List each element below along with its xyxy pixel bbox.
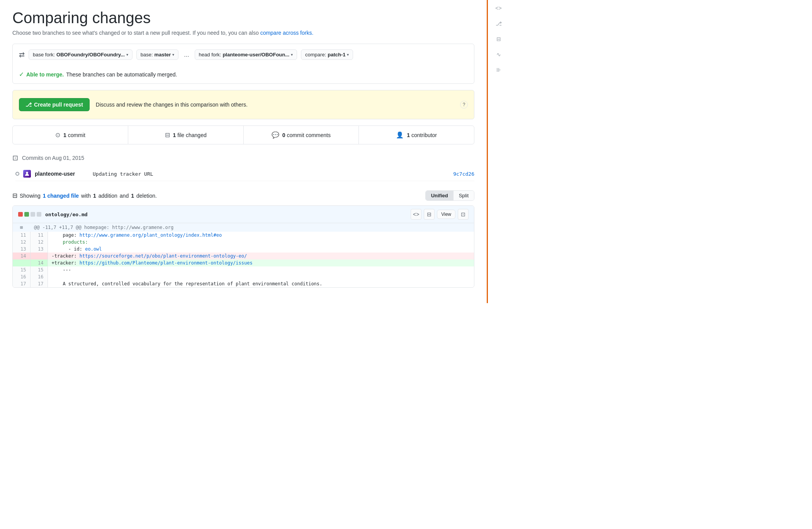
commit-row: planteome-user Updating tracker URL 9c7c… bbox=[15, 167, 474, 181]
commit-dot bbox=[15, 172, 19, 176]
branch-selector-bar: ⇄ base fork: OBOFoundry/OBOFoundry... ▾ … bbox=[12, 44, 474, 84]
diff-file-actions: <> ⊟ View ⊡ bbox=[411, 209, 469, 220]
prose-view-icon[interactable]: ⊟ bbox=[424, 209, 435, 220]
changed-file-link[interactable]: 1 changed file bbox=[43, 193, 79, 199]
files-stat[interactable]: ⊟ 1 file changed bbox=[128, 126, 244, 144]
diff-old-line-num: 17 bbox=[13, 280, 30, 287]
diff-line-content: +tracker: https://github.com/Planteome/p… bbox=[48, 259, 474, 266]
stats-bar: ⊙ 1 commit ⊟ 1 file changed 💬 0 commit c… bbox=[12, 125, 474, 144]
diff-new-line-num bbox=[30, 253, 48, 259]
comment-stat-icon: 💬 bbox=[272, 131, 279, 139]
pulse-sidebar-icon[interactable]: ∿ bbox=[494, 50, 503, 59]
commit-author[interactable]: planteome-user bbox=[35, 171, 89, 177]
diff-old-line-num: 12 bbox=[13, 239, 30, 246]
diff-line: 17 17 A structured, controlled vocabular… bbox=[13, 280, 474, 287]
diff-dot-green bbox=[24, 212, 29, 217]
page-title: Comparing changes bbox=[12, 9, 474, 27]
diff-old-line-num: 11 bbox=[13, 232, 30, 239]
compare-forks-link[interactable]: compare across forks. bbox=[260, 30, 314, 36]
commits-stat[interactable]: ⊙ 1 commit bbox=[13, 126, 128, 144]
pr-icon: ⎇ bbox=[25, 102, 32, 108]
diff-filename: ontology/eo.md bbox=[45, 212, 88, 217]
diff-dot-gray2 bbox=[37, 212, 41, 217]
diff-line: 16 16 bbox=[13, 273, 474, 280]
diff-dot-gray bbox=[31, 212, 35, 217]
diff-old-line-num bbox=[13, 259, 30, 266]
diff-line: 14 +tracker: https://github.com/Planteom… bbox=[13, 259, 474, 266]
base-fork-select[interactable]: base fork: OBOFoundry/OBOFoundry... ▾ bbox=[29, 49, 133, 60]
diff-line-content: --- bbox=[48, 266, 474, 273]
diff-old-line-num: 13 bbox=[13, 246, 30, 253]
diff-old-line-num: 14 bbox=[13, 253, 30, 259]
diff-line: 14 -tracker: https://sourceforge.net/p/o… bbox=[13, 253, 474, 259]
diff-line-content bbox=[48, 273, 474, 280]
hunk-info: @@ -11,7 +11,7 @@ homepage: http://www.g… bbox=[30, 223, 474, 232]
split-view-button[interactable]: Split bbox=[454, 191, 474, 200]
create-pull-request-button[interactable]: ⎇ Create pull request bbox=[19, 98, 90, 111]
avatar bbox=[23, 170, 31, 178]
diff-file: ontology/eo.md <> ⊟ View ⊡ ⊞ @@ -11,7 +1… bbox=[12, 205, 474, 288]
diff-new-line-num: 11 bbox=[30, 232, 48, 239]
chevron-down-icon: ▾ bbox=[126, 53, 128, 57]
commit-sha[interactable]: 9c7cd26 bbox=[453, 171, 474, 177]
compare-branch-select[interactable]: compare: patch-1 ▾ bbox=[301, 49, 353, 60]
commits-list: planteome-user Updating tracker URL 9c7c… bbox=[12, 167, 474, 181]
commit-stat-icon: ⊙ bbox=[55, 131, 60, 139]
wiki-sidebar-icon[interactable]: ⊟ bbox=[494, 35, 503, 43]
diff-line: 13 13 - id: eo.owl bbox=[13, 246, 474, 253]
create-pr-section: ⎇ Create pull request Discuss and review… bbox=[12, 90, 474, 119]
diff-new-line-num: 15 bbox=[30, 266, 48, 273]
diff-table: ⊞ @@ -11,7 +11,7 @@ homepage: http://www… bbox=[13, 223, 474, 287]
file-stat-icon: ⊟ bbox=[165, 131, 170, 139]
compare-icon: ⇄ bbox=[19, 51, 25, 59]
diff-line-content: -tracker: https://sourceforge.net/p/obo/… bbox=[48, 253, 474, 259]
right-sidebar: <> ⎇ ⊟ ∿ ⊪ bbox=[487, 0, 509, 303]
view-file-button[interactable]: View bbox=[437, 210, 455, 219]
comments-stat[interactable]: 💬 0 commit comments bbox=[244, 126, 359, 144]
contributors-stat[interactable]: 👤 1 contributor bbox=[359, 126, 474, 144]
diff-line-content: products: bbox=[48, 239, 474, 246]
merge-status-row: ✓ Able to merge. These branches can be a… bbox=[19, 67, 468, 78]
diff-line: 12 12 products: bbox=[13, 239, 474, 246]
diff-new-line-num: 14 bbox=[30, 259, 48, 266]
diff-new-line-num: 17 bbox=[30, 280, 48, 287]
create-pr-description: Discuss and review the changes in this c… bbox=[96, 102, 454, 108]
commit-message: Updating tracker URL bbox=[93, 171, 449, 177]
diff-status-icons bbox=[18, 212, 41, 217]
diff-file-header: ontology/eo.md <> ⊟ View ⊡ bbox=[13, 206, 474, 223]
ellipsis-separator: ... bbox=[182, 51, 190, 58]
chevron-down-icon: ▾ bbox=[291, 53, 293, 57]
file-diff-icon: ⊟ bbox=[12, 192, 17, 199]
showing-bar: ⊟ Showing 1 changed file with 1 addition… bbox=[12, 190, 474, 201]
merge-check-icon: ✓ bbox=[19, 71, 24, 78]
chevron-down-icon: ▾ bbox=[347, 53, 349, 57]
expand-icon[interactable]: ⊞ bbox=[13, 223, 30, 232]
diff-dot-red bbox=[18, 212, 23, 217]
head-fork-select[interactable]: head fork: planteome-user/OBOFoun... ▾ bbox=[195, 49, 297, 60]
unified-view-button[interactable]: Unified bbox=[426, 191, 454, 200]
diff-old-line-num: 15 bbox=[13, 266, 30, 273]
diff-new-line-num: 13 bbox=[30, 246, 48, 253]
diff-old-line-num: 16 bbox=[13, 273, 30, 280]
diff-hunk-header: ⊞ @@ -11,7 +11,7 @@ homepage: http://www… bbox=[13, 223, 474, 232]
diff-line: 15 15 --- bbox=[13, 266, 474, 273]
chevron-down-icon: ▾ bbox=[172, 53, 174, 57]
calendar-icon: ⊡ bbox=[12, 154, 18, 162]
diff-line: 11 11 page: http://www.gramene.org/plant… bbox=[13, 232, 474, 239]
view-toggle: Unified Split bbox=[425, 190, 474, 201]
diff-line-content: page: http://www.gramene.org/plant_ontol… bbox=[48, 232, 474, 239]
base-branch-select[interactable]: base: master ▾ bbox=[136, 49, 178, 60]
contributor-stat-icon: 👤 bbox=[396, 131, 404, 139]
showing-text: ⊟ Showing 1 changed file with 1 addition… bbox=[12, 192, 157, 199]
diff-line-content: - id: eo.owl bbox=[48, 246, 474, 253]
commits-date: ⊡ Commits on Aug 01, 2015 bbox=[12, 154, 474, 162]
graphs-sidebar-icon[interactable]: ⊪ bbox=[494, 66, 503, 74]
code-sidebar-icon[interactable]: <> bbox=[494, 4, 503, 12]
help-icon[interactable]: ? bbox=[460, 101, 468, 109]
collapse-icon[interactable]: ⊡ bbox=[458, 209, 469, 220]
diff-new-line-num: 16 bbox=[30, 273, 48, 280]
diff-line-content: A structured, controlled vocabulary for … bbox=[48, 280, 474, 287]
code-view-icon[interactable]: <> bbox=[411, 209, 421, 220]
pr-sidebar-icon[interactable]: ⎇ bbox=[494, 19, 503, 28]
page-subtitle: Choose two branches to see what's change… bbox=[12, 30, 474, 36]
